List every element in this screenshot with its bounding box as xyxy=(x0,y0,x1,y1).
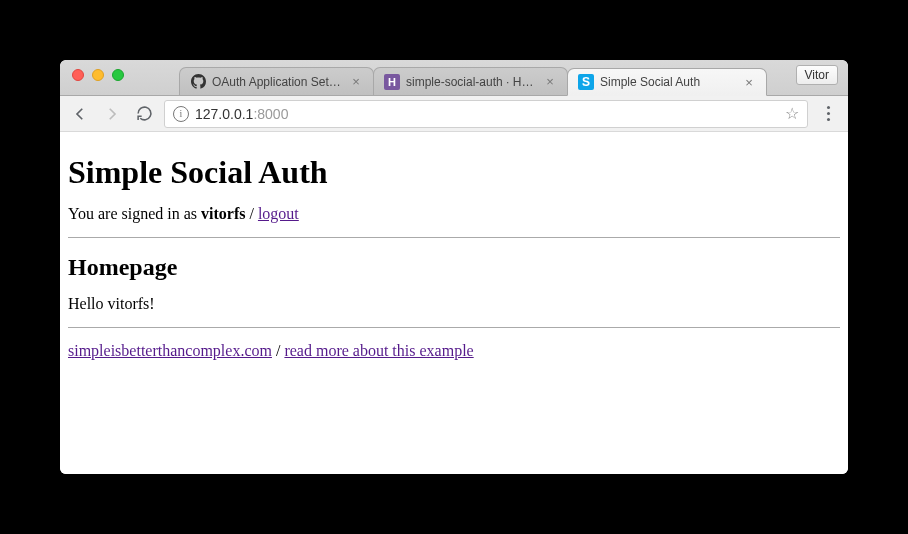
divider xyxy=(68,237,840,238)
separator: / xyxy=(245,205,257,222)
tab-simple-social-auth[interactable]: S Simple Social Auth × xyxy=(567,68,767,96)
tab-strip: OAuth Application Settings × H simple-so… xyxy=(60,60,848,96)
username: vitorfs xyxy=(201,205,245,222)
profile-name: Vitor xyxy=(805,68,829,82)
url-host: 127.0.0.1 xyxy=(195,106,253,122)
greeting-text: Hello vitorfs! xyxy=(68,295,840,313)
footer-links: simpleisbetterthancomplex.com / read mor… xyxy=(68,342,840,360)
profile-button[interactable]: Vitor xyxy=(796,65,838,85)
minimize-window-button[interactable] xyxy=(92,69,104,81)
close-tab-icon[interactable]: × xyxy=(543,75,557,88)
tabs: OAuth Application Settings × H simple-so… xyxy=(179,60,796,95)
page-title: Simple Social Auth xyxy=(68,154,840,191)
page-viewport: Simple Social Auth You are signed in as … xyxy=(60,132,848,474)
close-tab-icon[interactable]: × xyxy=(742,76,756,89)
maximize-window-button[interactable] xyxy=(112,69,124,81)
close-window-button[interactable] xyxy=(72,69,84,81)
toolbar: i 127.0.0.1:8000 ☆ xyxy=(60,96,848,132)
tab-title: Simple Social Auth xyxy=(600,75,736,89)
signed-in-prefix: You are signed in as xyxy=(68,205,201,222)
site-icon: S xyxy=(578,74,594,90)
chrome-menu-button[interactable] xyxy=(816,102,840,126)
section-heading: Homepage xyxy=(68,254,840,281)
back-button[interactable] xyxy=(68,102,92,126)
heroku-icon: H xyxy=(384,74,400,90)
footer-separator: / xyxy=(272,342,284,359)
auth-status-line: You are signed in as vitorfs / logout xyxy=(68,205,840,223)
tab-oauth-settings[interactable]: OAuth Application Settings × xyxy=(179,67,374,95)
site-info-icon[interactable]: i xyxy=(173,106,189,122)
tab-title: simple-social-auth · Heroku xyxy=(406,75,537,89)
tab-title: OAuth Application Settings xyxy=(212,75,343,89)
divider xyxy=(68,327,840,328)
footer-site-link[interactable]: simpleisbetterthancomplex.com xyxy=(68,342,272,359)
bookmark-icon[interactable]: ☆ xyxy=(785,104,799,123)
url-text: 127.0.0.1:8000 xyxy=(195,106,779,122)
browser-window: OAuth Application Settings × H simple-so… xyxy=(60,60,848,474)
github-icon xyxy=(190,74,206,90)
reload-button[interactable] xyxy=(132,102,156,126)
window-controls xyxy=(72,69,124,81)
address-bar[interactable]: i 127.0.0.1:8000 ☆ xyxy=(164,100,808,128)
forward-button[interactable] xyxy=(100,102,124,126)
footer-readmore-link[interactable]: read more about this example xyxy=(284,342,473,359)
tab-heroku[interactable]: H simple-social-auth · Heroku × xyxy=(373,67,568,95)
close-tab-icon[interactable]: × xyxy=(349,75,363,88)
url-port: :8000 xyxy=(253,106,288,122)
logout-link[interactable]: logout xyxy=(258,205,299,222)
